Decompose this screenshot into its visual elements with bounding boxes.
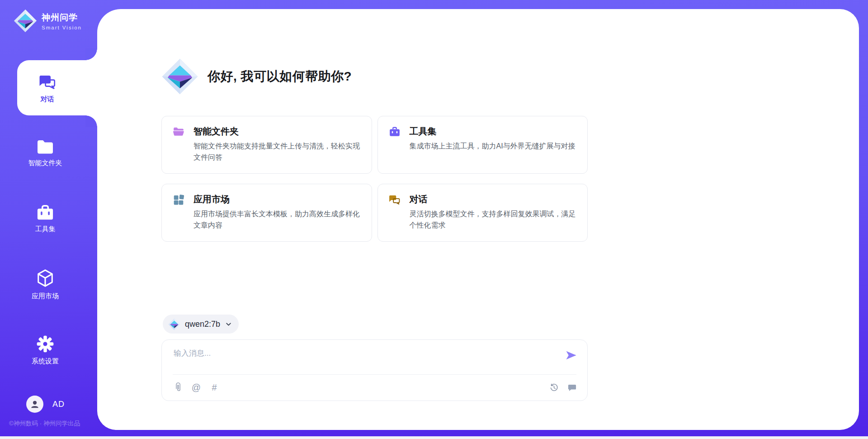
- person-icon: [30, 399, 40, 409]
- composer-toolbar: @ #: [173, 380, 577, 395]
- gear-icon: [36, 335, 54, 353]
- message-input[interactable]: [174, 348, 549, 370]
- card-toolbox[interactable]: 工具集 集成市场上主流工具，助力AI与外界无缝扩展与对接: [377, 116, 588, 174]
- card-title: 应用市场: [193, 193, 230, 205]
- sidebar-item-app-market[interactable]: 应用市场: [0, 257, 90, 312]
- card-description: 智能文件夹功能支持批量文件上传与清洗，轻松实现文件问答: [193, 141, 362, 163]
- card-description: 集成市场上主流工具，助力AI与外界无缝扩展与对接: [410, 141, 578, 152]
- sidebar-item-label: 智能文件夹: [28, 159, 62, 167]
- card-description: 应用市场提供丰富长文本模板，助力高效生成多样化文章内容: [193, 209, 362, 231]
- message-composer: @ #: [161, 339, 588, 401]
- folder-icon: [173, 126, 184, 138]
- sidebar-nav: 智能文件夹 工具集 应用市场: [0, 60, 97, 388]
- paperclip-icon[interactable]: [173, 382, 184, 393]
- hash-icon[interactable]: #: [209, 382, 220, 393]
- brand-subtitle: Smart Vision: [42, 25, 82, 30]
- card-chat[interactable]: 对话 灵活切换多模型文件，支持多样回复效果调试，满足个性化需求: [377, 184, 588, 242]
- user-initials: AD: [52, 400, 65, 409]
- greeting-gem-icon: [161, 58, 198, 95]
- history-icon[interactable]: [548, 382, 559, 393]
- avatar: [26, 396, 43, 413]
- sidebar-item-label: 系统设置: [32, 357, 59, 366]
- chat-bubble-icon[interactable]: [566, 382, 577, 393]
- sidebar-item-settings[interactable]: 系统设置: [0, 323, 90, 378]
- bottom-scrollbar[interactable]: [0, 436, 868, 439]
- card-title: 工具集: [410, 125, 437, 138]
- composer-divider: [173, 374, 576, 375]
- brand-logo: 神州问学 Smart Vision: [14, 9, 82, 33]
- chevron-down-icon: [225, 320, 232, 328]
- tab-scoop-top: [85, 48, 97, 60]
- brand-name: 神州问学: [42, 12, 82, 24]
- sidebar-item-label: 工具集: [35, 225, 56, 234]
- at-icon[interactable]: @: [191, 382, 202, 393]
- folder-icon: [36, 139, 54, 155]
- user-profile[interactable]: AD: [26, 396, 65, 413]
- toolbox-icon: [389, 126, 401, 138]
- model-name: qwen2:7b: [185, 320, 220, 329]
- sidebar-item-smart-folder[interactable]: 智能文件夹: [0, 126, 90, 181]
- toolbox-icon: [36, 205, 54, 221]
- copyright-text: ©神州数码 · 神州问学出品: [9, 420, 80, 428]
- sidebar: 神州问学 Smart Vision 对话 智能文件夹 工具集: [0, 0, 97, 439]
- sidebar-item-toolbox[interactable]: 工具集: [0, 191, 90, 247]
- send-icon[interactable]: [565, 349, 577, 362]
- feature-cards: 智能文件夹 智能文件夹功能支持批量文件上传与清洗，轻松实现文件问答 工具集 集成…: [161, 116, 588, 242]
- card-smart-folder[interactable]: 智能文件夹 智能文件夹功能支持批量文件上传与清洗，轻松实现文件问答: [161, 116, 372, 174]
- model-gem-icon: [168, 318, 180, 330]
- blocks-icon: [173, 194, 184, 205]
- card-app-market[interactable]: 应用市场 应用市场提供丰富长文本模板，助力高效生成多样化文章内容: [161, 184, 372, 242]
- brand-gem-icon: [14, 9, 37, 33]
- greeting-block: 你好, 我可以如何帮助你?: [161, 58, 352, 95]
- chat-bubbles-icon: [389, 194, 401, 205]
- card-description: 灵活切换多模型文件，支持多样回复效果调试，满足个性化需求: [410, 209, 578, 231]
- card-title: 对话: [410, 193, 428, 205]
- card-title: 智能文件夹: [193, 125, 239, 138]
- cube-icon: [36, 269, 54, 288]
- greeting-text: 你好, 我可以如何帮助你?: [208, 68, 352, 85]
- sidebar-item-label: 应用市场: [32, 292, 59, 301]
- model-selector[interactable]: qwen2:7b: [163, 315, 239, 334]
